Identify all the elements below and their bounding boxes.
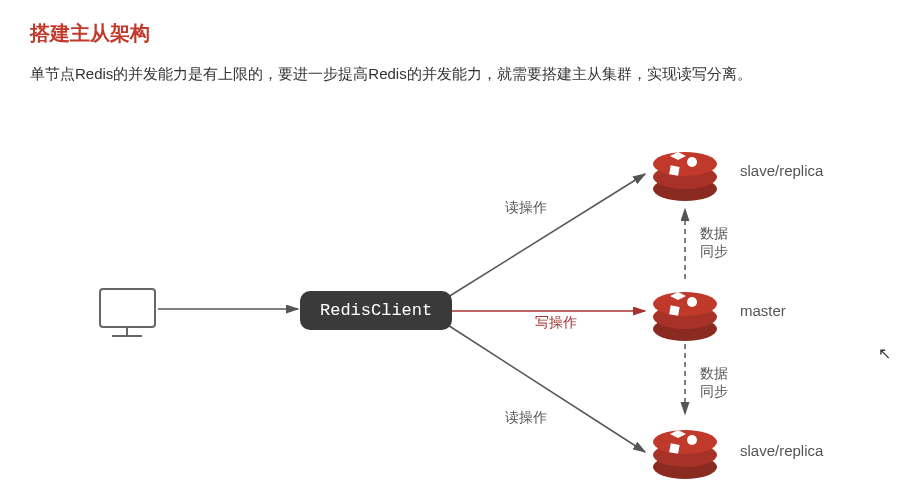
cursor-icon: ↖ xyxy=(878,344,891,363)
master-label: master xyxy=(740,302,786,319)
redis-icon-slave-top xyxy=(653,152,717,201)
page-title: 搭建主从架构 xyxy=(30,20,894,47)
svg-rect-20 xyxy=(669,305,679,315)
architecture-diagram: RedisClient slave/replica master slave/r… xyxy=(30,114,890,474)
svg-line-6 xyxy=(440,320,645,452)
computer-icon xyxy=(100,289,155,336)
slave-top-label: slave/replica xyxy=(740,162,823,179)
svg-line-4 xyxy=(440,174,645,302)
edge-sync-bottom: 数据 同步 xyxy=(700,364,728,400)
redis-icon-slave-bottom xyxy=(653,430,717,479)
redis-icon-master xyxy=(653,292,717,341)
svg-rect-0 xyxy=(100,289,155,327)
svg-point-13 xyxy=(687,157,697,167)
svg-point-25 xyxy=(687,435,697,445)
svg-point-19 xyxy=(687,297,697,307)
page-description: 单节点Redis的并发能力是有上限的，要进一步提高Redis的并发能力，就需要搭… xyxy=(30,65,894,84)
edge-write: 写操作 xyxy=(535,314,577,332)
redis-client-node: RedisClient xyxy=(300,291,452,330)
svg-rect-26 xyxy=(669,443,679,453)
edge-read-bottom: 读操作 xyxy=(505,409,547,427)
edge-sync-top: 数据 同步 xyxy=(700,224,728,260)
slave-bottom-label: slave/replica xyxy=(740,442,823,459)
svg-rect-14 xyxy=(669,165,679,175)
edge-read-top: 读操作 xyxy=(505,199,547,217)
